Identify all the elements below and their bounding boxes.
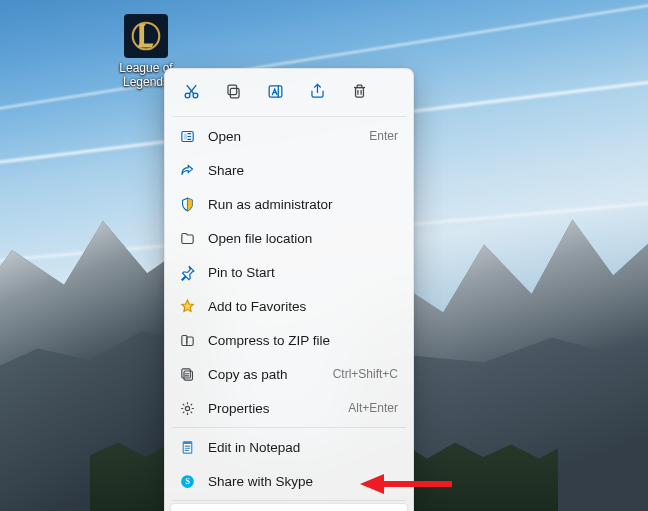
- menu-item-label: Compress to ZIP file: [208, 333, 398, 348]
- context-toolbar: [170, 74, 408, 114]
- copy-icon: [224, 82, 243, 104]
- share-button[interactable]: [298, 76, 336, 110]
- lol-logo-icon: [124, 14, 168, 58]
- menu-item-open[interactable]: OpenEnter: [170, 119, 408, 153]
- menu-divider: [172, 427, 406, 428]
- cut-button[interactable]: [172, 76, 210, 110]
- menu-item-label: Edit in Notepad: [208, 440, 398, 455]
- svg-text:S: S: [185, 476, 190, 486]
- menu-item-run-as-administrator[interactable]: Run as administrator: [170, 187, 408, 221]
- properties-icon: [178, 399, 196, 417]
- menu-item-label: Properties: [208, 401, 348, 416]
- skype-icon: S: [178, 472, 196, 490]
- svg-rect-3: [230, 88, 239, 98]
- svg-point-2: [193, 93, 198, 98]
- zip-icon: [178, 331, 196, 349]
- cut-icon: [182, 82, 201, 104]
- menu-item-label: Open: [208, 129, 369, 144]
- svg-point-11: [185, 406, 189, 410]
- share-icon: [308, 82, 327, 104]
- menu-item-properties[interactable]: PropertiesAlt+Enter: [170, 391, 408, 425]
- copy-button[interactable]: [214, 76, 252, 110]
- menu-item-share-with-skype[interactable]: SShare with Skype: [170, 464, 408, 498]
- menu-item-edit-in-notepad[interactable]: Edit in Notepad: [170, 430, 408, 464]
- menu-item-show-more-options[interactable]: Show more options: [170, 503, 408, 511]
- svg-rect-8: [183, 133, 186, 139]
- menu-item-label: Open file location: [208, 231, 398, 246]
- svg-rect-6: [355, 88, 363, 98]
- star-icon: [178, 297, 196, 315]
- folder-icon: [178, 229, 196, 247]
- svg-rect-13: [183, 441, 192, 443]
- share-arrow-icon: [178, 161, 196, 179]
- menu-item-copy-as-path[interactable]: Copy as pathCtrl+Shift+C: [170, 357, 408, 391]
- menu-item-label: Pin to Start: [208, 265, 398, 280]
- delete-button[interactable]: [340, 76, 378, 110]
- menu-item-accelerator: Ctrl+Shift+C: [333, 367, 398, 381]
- menu-item-open-file-location[interactable]: Open file location: [170, 221, 408, 255]
- notepad-icon: [178, 438, 196, 456]
- menu-divider: [172, 500, 406, 501]
- copy-path-icon: [178, 365, 196, 383]
- menu-item-accelerator: Alt+Enter: [348, 401, 398, 415]
- open-icon: [178, 127, 196, 145]
- rename-icon: [266, 82, 285, 104]
- menu-item-label: Share with Skype: [208, 474, 398, 489]
- svg-rect-4: [227, 85, 236, 95]
- menu-divider: [172, 116, 406, 117]
- menu-item-share[interactable]: Share: [170, 153, 408, 187]
- menu-item-add-to-favorites[interactable]: Add to Favorites: [170, 289, 408, 323]
- rename-button[interactable]: [256, 76, 294, 110]
- pin-icon: [178, 263, 196, 281]
- menu-item-compress-to-zip-file[interactable]: Compress to ZIP file: [170, 323, 408, 357]
- shield-icon: [178, 195, 196, 213]
- svg-point-1: [185, 93, 190, 98]
- menu-item-label: Copy as path: [208, 367, 333, 382]
- context-menu: OpenEnterShareRun as administratorOpen f…: [164, 68, 414, 511]
- menu-item-pin-to-start[interactable]: Pin to Start: [170, 255, 408, 289]
- delete-icon: [350, 82, 369, 104]
- menu-item-label: Run as administrator: [208, 197, 398, 212]
- menu-item-label: Share: [208, 163, 398, 178]
- menu-item-accelerator: Enter: [369, 129, 398, 143]
- menu-item-label: Add to Favorites: [208, 299, 398, 314]
